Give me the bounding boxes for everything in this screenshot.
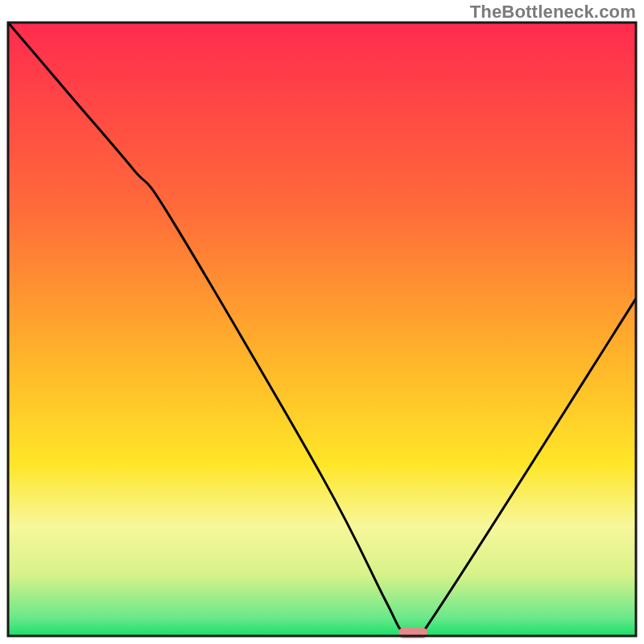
watermark-text: TheBottleneck.com	[470, 2, 636, 23]
gradient-background	[8, 23, 636, 636]
chart-container: TheBottleneck.com	[0, 0, 644, 644]
bottleneck-chart	[0, 0, 644, 644]
